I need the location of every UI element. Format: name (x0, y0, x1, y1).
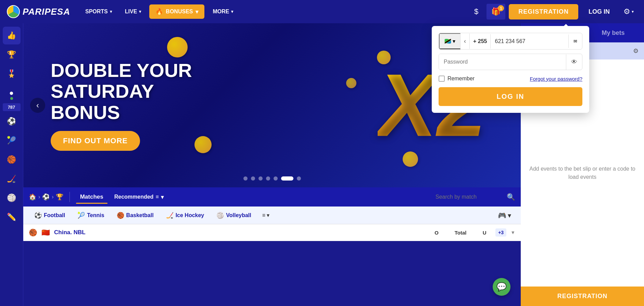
sidebar-item-tennis[interactable]: 🎾 (3, 132, 21, 149)
country-flag-icon: 🇹🇿 (444, 38, 451, 44)
tennis-tab-icon: 🎾 (77, 212, 85, 219)
registration-button[interactable]: REGISTRATION (509, 4, 578, 19)
sports-nav-button[interactable]: SPORTS ▾ (80, 6, 117, 17)
volleyball-tab-icon: 🏐 (216, 212, 224, 219)
football-icon: ⚽ (7, 117, 16, 126)
trophy-icon: 🏆 (7, 50, 16, 59)
tab-matches[interactable]: Matches (76, 191, 108, 203)
icehockey-tab-icon: 🏒 (166, 212, 174, 219)
show-password-button[interactable]: 👁 (566, 54, 582, 70)
plus-more-badge[interactable]: +3 (495, 228, 506, 237)
basketball-tab-icon: 🏀 (117, 212, 124, 219)
sidebar-item-thumbsup[interactable]: 👍 (3, 27, 21, 44)
gear-icon: ⚙ (623, 7, 630, 16)
hero-title: DOUBLE YOUR SATURDAY BONUS (51, 60, 222, 123)
banner-dot-4[interactable] (266, 176, 270, 181)
banner-dot-7[interactable] (297, 176, 301, 181)
sport-tab-basketball[interactable]: 🏀 Basketball (111, 209, 159, 222)
more-chevron-icon: ▾ (231, 9, 233, 14)
gamepad-icon: 🎮 (498, 211, 506, 219)
recommended-chevron-icon: ▾ (161, 194, 164, 200)
live-nav-button[interactable]: LIVE ▾ (120, 6, 146, 17)
sidebar-item-volleyball[interactable]: 🏐 (3, 189, 21, 207)
more-nav-button[interactable]: MORE ▾ (208, 6, 238, 17)
password-input[interactable] (439, 54, 566, 70)
forgot-password-link[interactable]: Forgot your password? (530, 76, 582, 82)
expand-arrow-icon[interactable]: ▼ (510, 230, 515, 235)
hero-cta-button[interactable]: FIND OUT MORE (51, 131, 140, 151)
registration-bottom-button[interactable]: REGISTRATION (521, 287, 644, 306)
sidebar-item-hockey[interactable]: 🏒 (3, 170, 21, 188)
tennis-icon: 🎾 (7, 136, 16, 145)
sport-tab-football[interactable]: ⚽ Football (29, 209, 71, 222)
currency-button[interactable]: $ (469, 4, 483, 19)
remember-row: Remember Forgot your password? (439, 76, 582, 82)
league-sport-icon: 🏀 (29, 228, 37, 237)
left-sidebar: 👍 🏆 🎖️ ● 787 ⚽ 🎾 🏀 🏒 🏐 ✏️ (0, 23, 23, 306)
banner-dot-5[interactable] (274, 176, 278, 181)
more-sports-button[interactable]: ≡ ▾ (258, 209, 274, 221)
betslip-gear-icon: ⚙ (633, 48, 639, 54)
sidebar-item-trophy[interactable]: 🏆 (3, 46, 21, 64)
back-button[interactable]: ‹ (460, 34, 470, 49)
email-icon-button[interactable]: ✉ (568, 35, 582, 48)
top-nav: PARIPESA SPORTS ▾ LIVE ▾ 🔥 BONUSES ▾ MOR… (0, 0, 644, 23)
search-area: 🔍 (435, 193, 515, 201)
sidebar-item-football[interactable]: ⚽ (3, 112, 21, 130)
search-input[interactable] (435, 194, 504, 200)
login-submit-button[interactable]: LOG IN (439, 87, 582, 106)
phone-input[interactable] (491, 34, 568, 49)
sidebar-item-live-dot[interactable]: ● (3, 84, 21, 102)
chat-bubble-button[interactable]: 💬 (493, 278, 510, 296)
sports-chevron-icon: ▾ (110, 9, 112, 14)
eye-icon: 👁 (571, 58, 577, 65)
coin-decoration-1 (167, 37, 188, 57)
sidebar-item-edit[interactable]: ✏️ (3, 208, 21, 226)
volleyball-icon: 🏐 (7, 194, 16, 202)
password-row: 👁 (439, 54, 582, 70)
live-chevron-icon: ▾ (139, 9, 141, 14)
more-sports-list-icon: ≡ (262, 212, 265, 218)
football-tab-icon: ⚽ (34, 212, 42, 219)
sport-tab-tennis[interactable]: 🎾 Tennis (72, 209, 110, 222)
match-section: 🏀 🇨🇳 China. NBL O Total U +3 ▼ (23, 224, 521, 241)
home-icon[interactable]: 🏠 (29, 193, 36, 201)
country-flag-icon: 🇨🇳 (41, 228, 50, 237)
banner-dot-2[interactable] (251, 176, 255, 181)
sport-tab-icehockey[interactable]: 🏒 Ice Hockey (161, 209, 210, 222)
more-sports-chevron-icon: ▾ (267, 212, 269, 218)
tab-my-bets[interactable]: My bets (582, 23, 644, 42)
bonuses-nav-button[interactable]: 🔥 BONUSES ▾ (149, 4, 204, 19)
login-dropdown: 🇹🇿 ▾ ‹ + 255 ✉ 👁 Remember Forgot your pa… (432, 26, 589, 113)
gift-button[interactable]: 🎁 1 (487, 4, 505, 19)
country-selector[interactable]: 🇹🇿 ▾ (439, 33, 460, 49)
col-u-label: U (478, 230, 491, 236)
tab-recommended[interactable]: Recommended ≡ ▾ (110, 191, 168, 203)
sidebar-item-basketball[interactable]: 🏀 (3, 151, 21, 169)
thumbsup-icon: 👍 (7, 31, 16, 40)
betslip-settings-button[interactable]: ⚙ (633, 47, 639, 55)
filter-separator (70, 192, 70, 202)
edit-icon: ✏️ (7, 213, 16, 222)
banner-prev-button[interactable]: ‹ (30, 98, 45, 113)
country-selector-chevron-icon: ▾ (453, 38, 455, 44)
trophy-breadcrumb-icon[interactable]: 🏆 (56, 193, 63, 201)
sport-tab-volleyball[interactable]: 🏐 Volleyball (211, 209, 257, 222)
hockey-icon: 🏒 (7, 174, 16, 183)
banner-dot-6[interactable] (281, 176, 293, 181)
search-button[interactable]: 🔍 (507, 193, 515, 201)
sport-breadcrumb-icon[interactable]: ⚽ (42, 193, 50, 201)
sports-tabs: ⚽ Football 🎾 Tennis 🏀 Basketball 🏒 Ice H… (23, 207, 521, 224)
col-o-label: O (430, 230, 443, 236)
remember-checkbox[interactable] (439, 76, 445, 82)
hero-text-block: DOUBLE YOUR SATURDAY BONUS FIND OUT MORE (51, 60, 222, 151)
banner-dot-3[interactable] (258, 176, 263, 181)
login-button[interactable]: LOG IN (582, 4, 617, 19)
settings-button[interactable]: ⚙ ▾ (620, 4, 637, 19)
banner-dot-1[interactable] (243, 176, 248, 181)
logo-globe-icon (7, 5, 20, 18)
search-icon: 🔍 (507, 193, 515, 201)
breadcrumb-sep-1: › (38, 194, 40, 200)
sidebar-item-medal[interactable]: 🎖️ (3, 65, 21, 83)
esports-button[interactable]: 🎮 ▾ (494, 209, 515, 222)
